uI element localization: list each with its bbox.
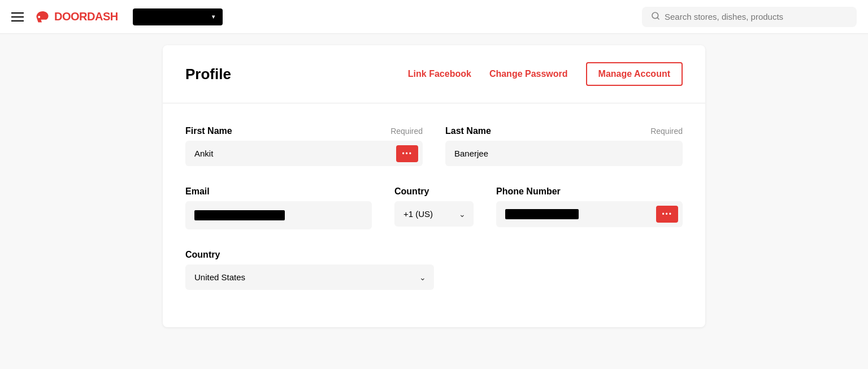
svg-point-0 [38,16,40,18]
first-name-label: First Name [185,126,232,136]
country-code-label: Country [394,186,429,197]
country-field: Country United States Canada Australia ⌄ [185,250,434,290]
country-select-wrapper: United States Canada Australia ⌄ [185,264,434,290]
phone-label: Phone Number [496,186,561,197]
link-facebook-button[interactable]: Link Facebook [408,69,471,79]
email-header: Email [185,186,372,197]
country-row: Country United States Canada Australia ⌄ [185,250,683,290]
email-redacted-value [194,210,285,220]
hamburger-menu-button[interactable] [11,12,24,21]
change-password-button[interactable]: Change Password [489,69,568,79]
country-label: Country [185,250,220,260]
country-code-field: Country +1 (US) ⌄ [394,186,474,229]
logo-text: DOORDASH [54,10,118,23]
profile-header: Profile Link Facebook Change Password Ma… [163,45,705,103]
country-code-select[interactable]: +1 (US) [394,201,474,227]
search-bar [642,7,857,27]
last-name-label: Last Name [445,126,491,136]
first-name-edit-button[interactable]: ••• [396,145,418,162]
first-name-input-wrapper: ••• [185,141,423,166]
first-name-input[interactable] [185,141,392,166]
phone-field: Phone Number ••• [496,186,683,229]
email-label: Email [185,186,210,197]
last-name-required: Required [650,127,683,136]
page-title: Profile [185,66,231,83]
first-name-field: First Name Required ••• [185,126,423,166]
header: DOORDASH ▾ [0,0,868,34]
last-name-header: Last Name Required [445,126,683,136]
country-code-select-wrapper: +1 (US) ⌄ [394,201,474,227]
first-name-required: Required [390,127,423,136]
svg-line-2 [657,18,659,19]
profile-actions: Link Facebook Change Password Manage Acc… [408,62,683,86]
country-select[interactable]: United States Canada Australia [185,264,434,290]
phone-edit-button[interactable]: ••• [656,206,678,223]
edit-dots-icon: ••• [402,150,413,158]
search-icon [651,11,660,23]
manage-account-button[interactable]: Manage Account [586,62,683,86]
main-content: Profile Link Facebook Change Password Ma… [0,34,868,338]
profile-form: First Name Required ••• Last Name Requir… [163,103,705,327]
country-code-header: Country [394,186,474,197]
email-field: Email [185,186,372,229]
last-name-input[interactable] [445,141,683,166]
first-name-header: First Name Required [185,126,423,136]
last-name-field: Last Name Required [445,126,683,166]
country-header: Country [185,250,434,260]
name-row: First Name Required ••• Last Name Requir… [185,126,683,166]
phone-redacted-value [505,209,579,219]
doordash-logo-icon [33,8,51,26]
phone-header: Phone Number [496,186,683,197]
phone-edit-dots-icon: ••• [662,210,672,218]
email-phone-row: Email Country +1 (US) ⌄ [185,186,683,229]
phone-input-wrapper: ••• [496,201,683,227]
profile-card: Profile Link Facebook Change Password Ma… [163,45,705,327]
search-input[interactable] [665,12,848,21]
doordash-logo: DOORDASH [33,8,118,26]
email-input-wrapper[interactable] [185,201,372,229]
address-chevron-icon: ▾ [212,14,215,20]
address-selector-button[interactable]: ▾ [133,8,223,25]
